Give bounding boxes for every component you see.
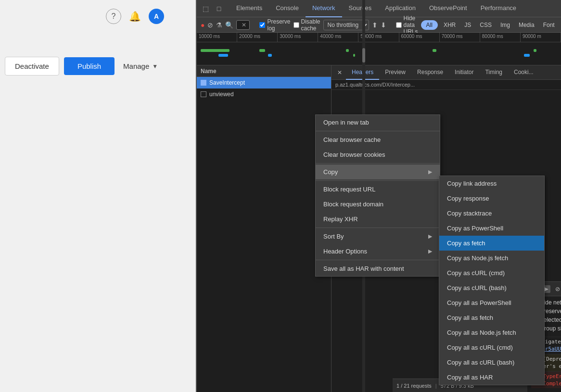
ctx-copy-arrow-icon: ▶ — [428, 169, 432, 175]
timeline-bars — [197, 43, 561, 64]
hide-data-urls-checkbox[interactable]: Hide data URLs — [396, 15, 418, 35]
device-icon[interactable]: □ — [214, 4, 224, 13]
filter-xhr[interactable]: XHR — [441, 21, 459, 29]
network-toolbar: ● ⊘ ⚗ 🔍 ✕ Preserve log Disable cache No … — [197, 17, 561, 33]
tab-network[interactable]: Network — [306, 0, 342, 17]
ctx-copy-all-curl-bash[interactable]: Copy all as cURL (bash) — [439, 355, 544, 370]
upload-icon[interactable]: ⬆ — [372, 19, 378, 31]
manage-button[interactable]: Manage ▼ — [119, 57, 162, 75]
request-checkbox-unviewed[interactable] — [201, 91, 206, 97]
request-url: p.az1.qualtrics.com/DX/Intercep... — [332, 80, 561, 90]
ctx-copy-all-nodejs-fetch[interactable]: Copy all as Node.js fetch — [439, 325, 544, 340]
ctx-copy-all-har[interactable]: Copy all as HAR — [439, 370, 544, 385]
panel-close-button[interactable]: ✕ — [333, 69, 346, 76]
tab-preview[interactable]: Preview — [379, 65, 411, 80]
tab-response[interactable]: Response — [411, 65, 449, 80]
request-checkbox-saveintercept[interactable] — [201, 80, 206, 86]
ctx-copy-all-curl-cmd[interactable]: Copy all as cURL (cmd) — [439, 340, 544, 355]
timeline: 10000 ms 20000 ms 30000 ms 40000 ms 5000… — [197, 33, 561, 65]
filter-icon[interactable]: ⚗ — [216, 19, 222, 31]
ctx-copy-all-fetch[interactable]: Copy all as fetch — [439, 310, 544, 325]
tab-elements[interactable]: Elements — [230, 0, 269, 17]
tick-6: 70000 ms — [440, 33, 480, 42]
tick-7: 80000 ms — [480, 33, 521, 42]
ctx-header-options[interactable]: Header Options ▶ — [316, 244, 440, 259]
context-menu-copy-sub: Copy link address Copy response Copy sta… — [439, 176, 545, 385]
tab-initiator[interactable]: Initiator — [449, 65, 479, 80]
panel-tab-bar: ✕ Headers Preview Response Initiator Tim… — [332, 65, 561, 80]
tab-console[interactable]: Console — [269, 0, 306, 17]
manage-chevron-icon: ▼ — [152, 63, 158, 70]
search-box: ✕ — [236, 20, 250, 30]
status-requests: 1 / 21 requests — [396, 383, 432, 389]
request-name-unviewed: unviewed — [209, 91, 234, 98]
tick-3: 40000 ms — [318, 33, 358, 42]
ctx-clear-cache[interactable]: Clear browser cache — [316, 132, 440, 147]
action-bar: Deactivate Publish Manage ▼ — [5, 57, 162, 76]
ctx-copy-as-nodejs-fetch[interactable]: Copy as Node.js fetch — [439, 251, 544, 266]
filter-css[interactable]: CSS — [477, 21, 495, 29]
tick-8: 90000 m — [521, 33, 561, 42]
manage-label: Manage — [123, 62, 149, 70]
disable-cache-checkbox[interactable]: Disable cache — [293, 18, 320, 32]
tick-0: 10000 ms — [197, 33, 237, 42]
ctx-copy-response[interactable]: Copy response — [439, 191, 544, 206]
stop-button[interactable]: ⊘ — [207, 19, 213, 31]
request-name-saveintercept: SaveIntercept — [209, 79, 245, 86]
ctx-sort-arrow-icon: ▶ — [428, 233, 432, 240]
tab-performance[interactable]: Performance — [474, 0, 523, 17]
tick-5: 60000 ms — [399, 33, 440, 42]
ctx-copy-as-powershell[interactable]: Copy as PowerShell — [439, 221, 544, 236]
ctx-replay-xhr[interactable]: Replay XHR — [316, 212, 440, 227]
tab-timing[interactable]: Timing — [479, 65, 508, 80]
filter-img[interactable]: Img — [497, 21, 513, 29]
filter-font[interactable]: Font — [540, 21, 558, 29]
ctx-copy-link-address[interactable]: Copy link address — [439, 176, 544, 191]
filter-media[interactable]: Media — [516, 21, 537, 29]
tick-1: 20000 ms — [237, 33, 278, 42]
ctx-block-url[interactable]: Block request URL — [316, 182, 440, 197]
avatar[interactable]: A — [149, 9, 164, 24]
ctx-sort-by[interactable]: Sort By ▶ — [316, 229, 440, 244]
ctx-clear-cookies[interactable]: Clear browser cookies — [316, 147, 440, 162]
publish-button[interactable]: Publish — [64, 57, 115, 75]
tab-observepoint[interactable]: ObservePoint — [422, 0, 474, 17]
tick-2: 30000 ms — [278, 33, 318, 42]
ctx-save-har[interactable]: Save all as HAR with content — [316, 261, 440, 276]
timeline-ruler: 10000 ms 20000 ms 30000 ms 40000 ms 5000… — [197, 33, 561, 42]
ctx-copy-all-powershell[interactable]: Copy all as PowerShell — [439, 295, 544, 310]
request-row-saveintercept[interactable]: SaveIntercept — [197, 77, 331, 89]
ctx-copy-label: Copy — [323, 168, 338, 176]
network-name-panel: Name SaveIntercept unviewed 1 / 21 reque… — [197, 65, 332, 392]
preserve-log-checkbox[interactable]: Preserve log — [259, 18, 290, 32]
ctx-copy-as-fetch[interactable]: Copy as fetch — [439, 236, 544, 251]
devtools-tab-bar: ⬚ □ Elements Console Network Sources App… — [197, 0, 561, 17]
filter-all[interactable]: All — [421, 20, 438, 30]
search-icon[interactable]: 🔍 — [225, 19, 233, 31]
tab-sources[interactable]: Sources — [342, 0, 379, 17]
ctx-copy[interactable]: Copy ▶ — [316, 164, 440, 179]
request-row-unviewed[interactable]: unviewed — [197, 89, 331, 100]
network-name-header: Name — [197, 65, 331, 77]
ctx-header-arrow-icon: ▶ — [428, 248, 432, 254]
context-menu-main: Open in new tab Clear browser cache Clea… — [315, 114, 440, 277]
ctx-header-options-label: Header Options — [323, 248, 367, 255]
ctx-copy-as-curl-bash[interactable]: Copy as cURL (bash) — [439, 280, 544, 295]
record-button[interactable]: ● — [201, 19, 204, 31]
ctx-copy-as-curl-cmd[interactable]: Copy as cURL (cmd) — [439, 266, 544, 280]
ctx-copy-stacktrace[interactable]: Copy stacktrace — [439, 206, 544, 221]
ctx-open-new-tab[interactable]: Open in new tab — [316, 115, 440, 130]
help-icon[interactable]: ? — [106, 9, 121, 24]
tab-cookies[interactable]: Cooki... — [508, 65, 539, 80]
deactivate-button[interactable]: Deactivate — [5, 57, 59, 76]
ctx-sort-by-label: Sort By — [323, 233, 344, 240]
cursor-icon[interactable]: ⬚ — [201, 4, 210, 13]
search-clear-button[interactable]: ✕ — [242, 22, 246, 28]
download-icon[interactable]: ⬇ — [381, 19, 386, 31]
ctx-block-domain[interactable]: Block request domain — [316, 197, 440, 212]
scrollbar-thumb[interactable] — [362, 48, 365, 63]
console-stop-icon[interactable]: ⊘ — [552, 286, 561, 292]
bell-icon[interactable]: 🔔 — [129, 11, 141, 22]
filter-js[interactable]: JS — [461, 21, 474, 29]
